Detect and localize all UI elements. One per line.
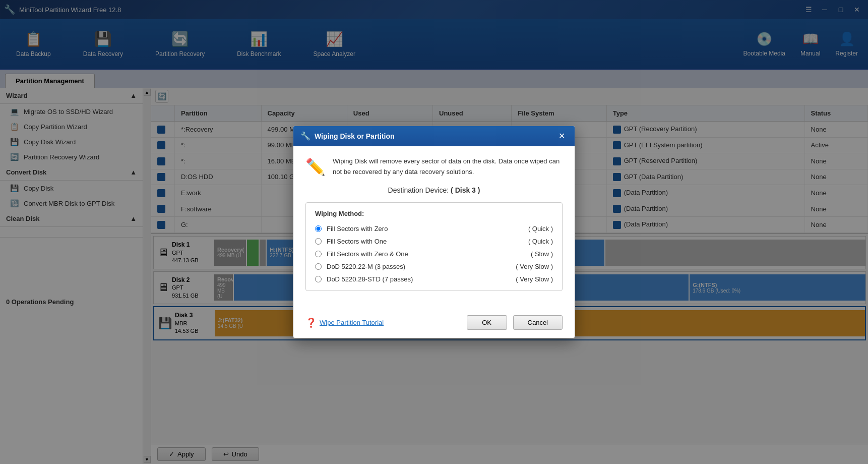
radio-dod-5220-28-label[interactable]: DoD 5220.28-STD (7 passes): [327, 275, 511, 283]
modal-wiping-method-group: Wiping Method: Fill Sectors with Zero ( …: [305, 202, 563, 291]
radio-fill-one[interactable]: [315, 238, 322, 245]
radio-dod-5220-22[interactable]: [315, 263, 322, 270]
radio-fill-zero-label[interactable]: Fill Sectors with Zero: [327, 225, 523, 233]
radio-fill-zero[interactable]: [315, 225, 322, 232]
modal-buttons: OK Cancel: [467, 315, 563, 330]
modal-cancel-button[interactable]: Cancel: [513, 315, 563, 330]
radio-fill-one-speed: ( Quick ): [528, 238, 553, 245]
warning-icon: ✏️: [305, 157, 326, 177]
radio-row-fill-zero-one: Fill Sectors with Zero & One ( Slow ): [315, 248, 553, 260]
radio-row-dod-7: DoD 5220.28-STD (7 passes) ( Very Slow ): [315, 273, 553, 285]
modal-body: ✏️ Wiping Disk will remove every sector …: [293, 146, 575, 311]
help-circle-icon: ❓: [305, 317, 317, 328]
radio-row-fill-zero: Fill Sectors with Zero ( Quick ): [315, 222, 553, 235]
dest-value: ( Disk 3 ): [451, 186, 480, 194]
dest-label: Destination Device:: [388, 186, 449, 194]
radio-dod-5220-22-speed: ( Very Slow ): [516, 263, 553, 270]
modal-title-left: 🔧 Wiping Disk or Partition: [300, 131, 395, 141]
radio-dod-5220-22-label[interactable]: DoD 5220.22-M (3 passes): [327, 263, 511, 270]
radio-dod-5220-28-speed: ( Very Slow ): [516, 275, 553, 283]
radio-row-dod-3: DoD 5220.22-M (3 passes) ( Very Slow ): [315, 260, 553, 273]
modal-ok-button[interactable]: OK: [467, 315, 507, 330]
modal-destination: Destination Device: ( Disk 3 ): [305, 186, 563, 194]
modal-warning: ✏️ Wiping Disk will remove every sector …: [305, 156, 563, 178]
radio-fill-one-label[interactable]: Fill Sectors with One: [327, 238, 523, 245]
modal-icon: 🔧: [300, 131, 311, 141]
modal-title: Wiping Disk or Partition: [315, 132, 395, 140]
radio-fill-zero-one-speed: ( Slow ): [531, 250, 553, 258]
radio-row-fill-one: Fill Sectors with One ( Quick ): [315, 235, 553, 248]
modal-close-button[interactable]: ✕: [555, 130, 568, 142]
radio-dod-5220-28[interactable]: [315, 276, 322, 282]
wiping-method-legend: Wiping Method:: [315, 210, 553, 217]
modal-titlebar: 🔧 Wiping Disk or Partition ✕: [293, 126, 575, 146]
wipe-tutorial-link[interactable]: Wipe Partition Tutorial: [320, 319, 384, 326]
modal: 🔧 Wiping Disk or Partition ✕ ✏️ Wiping D…: [293, 126, 575, 339]
modal-footer: ❓ Wipe Partition Tutorial OK Cancel: [293, 310, 575, 338]
modal-link: ❓ Wipe Partition Tutorial: [305, 317, 384, 328]
modal-warning-text: Wiping Disk will remove every sector of …: [333, 156, 563, 178]
modal-overlay[interactable]: 🔧 Wiping Disk or Partition ✕ ✏️ Wiping D…: [0, 0, 868, 464]
radio-fill-zero-speed: ( Quick ): [528, 225, 553, 233]
radio-fill-zero-one[interactable]: [315, 251, 322, 257]
radio-fill-zero-one-label[interactable]: Fill Sectors with Zero & One: [327, 250, 526, 258]
